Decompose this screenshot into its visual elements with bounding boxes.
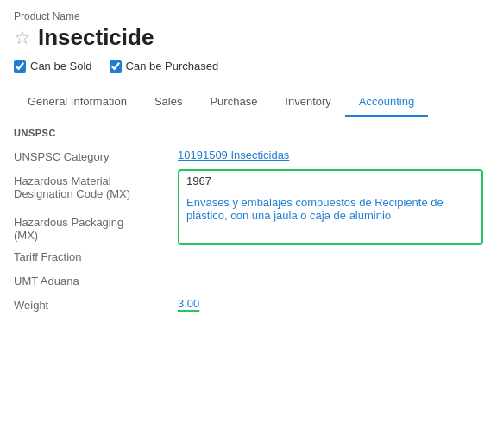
tab-purchase[interactable]: Purchase [196, 88, 271, 117]
field-umt-aduana: UMT Aduana [14, 269, 483, 293]
hazardous-material-value: 1967 [186, 174, 475, 187]
product-title: Insecticide [38, 24, 154, 51]
field-unspsc-category: UNSPSC Category 10191509 Insecticidas [14, 145, 483, 169]
weight-value[interactable]: 3.00 [178, 297, 483, 310]
unspsc-category-value[interactable]: 10191509 Insecticidas [178, 148, 483, 161]
can-be-purchased-label: Can be Purchased [126, 60, 219, 73]
field-weight: Weight 3.00 [14, 293, 483, 318]
star-icon[interactable]: ☆ [14, 28, 31, 47]
unspsc-category-label: UNSPSC Category [14, 148, 178, 163]
tab-general-information[interactable]: General Information [14, 88, 141, 117]
hazardous-fields-group: Hazardous MaterialDesignation Code (MX) … [14, 169, 483, 245]
can-be-sold-label: Can be Sold [30, 60, 92, 73]
tariff-fraction-label: Tariff Fraction [14, 249, 178, 263]
tab-accounting[interactable]: Accounting [345, 88, 428, 117]
tabs-bar: General Information Sales Purchase Inven… [0, 88, 497, 117]
tab-inventory[interactable]: Inventory [271, 88, 344, 117]
hazardous-labels: Hazardous MaterialDesignation Code (MX) … [14, 169, 178, 245]
hazardous-material-label: Hazardous MaterialDesignation Code (MX) [14, 169, 178, 204]
section-header: UNSPSC [14, 128, 483, 138]
can-be-sold-checkbox[interactable]: Can be Sold [14, 60, 92, 73]
product-name-label: Product Name [14, 10, 483, 22]
field-tariff-fraction: Tariff Fraction [14, 245, 483, 269]
weight-label: Weight [14, 297, 178, 312]
umt-aduana-label: UMT Aduana [14, 273, 178, 287]
can-be-purchased-checkbox[interactable]: Can be Purchased [110, 60, 219, 73]
hazardous-packaging-value: Envases y embalajes compuestos de Recipi… [186, 196, 475, 222]
hazardous-packaging-label: Hazardous Packaging(MX) [14, 204, 178, 245]
hazardous-highlighted-box: 1967 Envases y embalajes compuestos de R… [178, 169, 483, 245]
content-area: UNSPSC UNSPSC Category 10191509 Insectic… [0, 117, 497, 328]
tab-sales[interactable]: Sales [141, 88, 197, 117]
